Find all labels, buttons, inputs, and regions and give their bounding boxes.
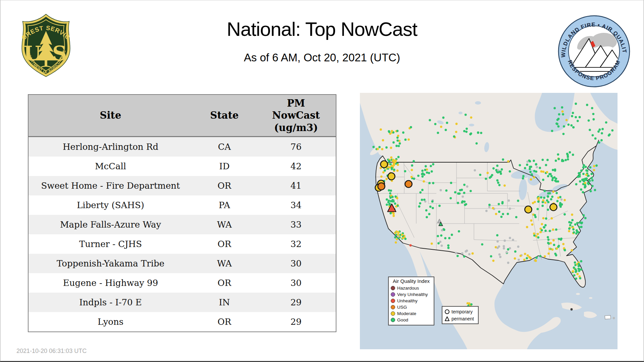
temporary-site-marker	[525, 206, 532, 213]
aqi-legend-item: Moderate	[391, 310, 432, 317]
monitor-dot	[578, 270, 580, 272]
monitor-dot	[421, 170, 424, 172]
monitor-dot	[540, 170, 543, 173]
monitor-dot	[519, 164, 521, 166]
monitor-dot	[502, 213, 504, 215]
monitor-dot	[426, 171, 428, 174]
aqi-legend-label: Unhealthy	[397, 298, 418, 303]
monitor-dot	[575, 183, 578, 185]
pm-cell: 33	[256, 215, 336, 234]
monitor-dot	[533, 232, 535, 235]
monitor-dot	[496, 165, 498, 167]
monitor-dot	[556, 247, 558, 250]
monitor-dot	[450, 182, 452, 184]
table-row: Liberty (SAHS)PA34	[28, 195, 336, 215]
monitor-dot	[549, 230, 551, 232]
monitor-dot	[499, 256, 501, 258]
aqi-legend-item: Very Unhealthy	[391, 291, 432, 298]
monitor-dot	[577, 120, 579, 122]
monitor-dot	[424, 200, 427, 203]
monitor-dot	[594, 137, 597, 140]
monitor-dot	[542, 179, 544, 181]
monitor-dot	[576, 222, 579, 224]
monitor-dot	[580, 170, 583, 172]
monitor-dot	[443, 229, 445, 231]
monitor-dot	[455, 123, 458, 125]
table-row: Turner - CJHSOR32	[28, 234, 336, 254]
monitor-dot	[500, 173, 502, 175]
monitor-dot	[582, 166, 585, 169]
monitor-dot	[500, 216, 503, 218]
monitor-dot	[394, 202, 396, 205]
monitor-dot	[542, 199, 544, 201]
pm-cell: 42	[256, 157, 336, 176]
aqi-color-dot-icon	[391, 299, 395, 303]
monitor-dot	[465, 114, 467, 116]
monitor-dot	[594, 189, 596, 191]
monitor-dot	[522, 177, 524, 180]
monitor-dot	[546, 171, 548, 173]
monitor-dot	[547, 252, 550, 255]
monitor-dot	[580, 260, 582, 262]
monitor-dot	[589, 180, 591, 182]
monitor-dot	[505, 251, 508, 253]
table-row: Toppenish-Yakama TribeWA30	[28, 254, 336, 273]
monitor-dot	[551, 196, 553, 198]
monitor-dot	[413, 178, 415, 180]
generated-timestamp: 2021-10-20 06:31:03 UTC	[16, 348, 87, 355]
monitor-dot	[457, 255, 459, 257]
site-cell: Eugene - Highway 99	[28, 273, 193, 293]
monitor-dot	[590, 190, 592, 192]
legend-row-permanent: permanent	[444, 315, 476, 322]
site-cell: Maple Falls-Azure Way	[28, 215, 193, 234]
monitor-dot	[537, 233, 539, 235]
monitor-dot	[423, 173, 425, 176]
site-cell: Toppenish-Yakama Tribe	[28, 254, 193, 273]
monitor-dot	[542, 159, 544, 161]
monitor-dot	[392, 141, 395, 144]
monitor-dot	[552, 177, 554, 179]
monitor-dot	[599, 128, 601, 131]
monitor-dot	[466, 128, 468, 130]
monitor-dot	[552, 229, 554, 231]
pm-cell: 41	[256, 176, 336, 195]
monitor-dot	[563, 125, 565, 128]
monitor-dot	[537, 236, 539, 239]
monitor-dot	[544, 230, 547, 232]
monitor-dot	[419, 191, 422, 194]
monitor-dot	[591, 185, 594, 187]
monitor-dot	[474, 169, 476, 172]
monitor-dot	[539, 231, 542, 233]
monitor-dot	[463, 130, 466, 132]
monitor-dot	[503, 240, 506, 242]
monitor-dot	[550, 242, 552, 244]
temporary-site-marker	[388, 173, 395, 180]
monitor-dot	[579, 180, 581, 183]
monitor-dot	[461, 252, 464, 254]
monitor-dot	[503, 184, 506, 187]
monitor-dot	[455, 131, 458, 133]
monitor-dot	[432, 163, 434, 166]
pm-cell: 30	[256, 273, 336, 293]
aqi-legend-title: Air Quality Index	[391, 278, 432, 284]
monitor-dot	[419, 202, 421, 204]
monitor-dot	[569, 224, 572, 226]
monitor-dot	[551, 179, 554, 181]
page-subtitle: As of 6 AM, Oct 20, 2021 (UTC)	[0, 51, 644, 64]
monitor-dot	[396, 170, 399, 172]
monitor-dot	[404, 238, 407, 240]
monitor-dot	[550, 198, 552, 200]
monitor-dot	[392, 160, 394, 163]
monitor-dot	[487, 172, 489, 174]
monitor-dot	[372, 146, 375, 148]
monitor-dot	[434, 123, 436, 125]
aqi-legend-item: Good	[391, 317, 432, 323]
monitor-dot	[555, 180, 557, 183]
monitor-dot	[531, 173, 533, 176]
monitor-dot	[389, 163, 392, 165]
monitor-dot	[481, 243, 483, 246]
pm-cell: 32	[256, 234, 336, 254]
monitor-dot	[568, 228, 571, 230]
monitor-dot	[593, 165, 595, 167]
monitor-dot	[395, 230, 398, 233]
